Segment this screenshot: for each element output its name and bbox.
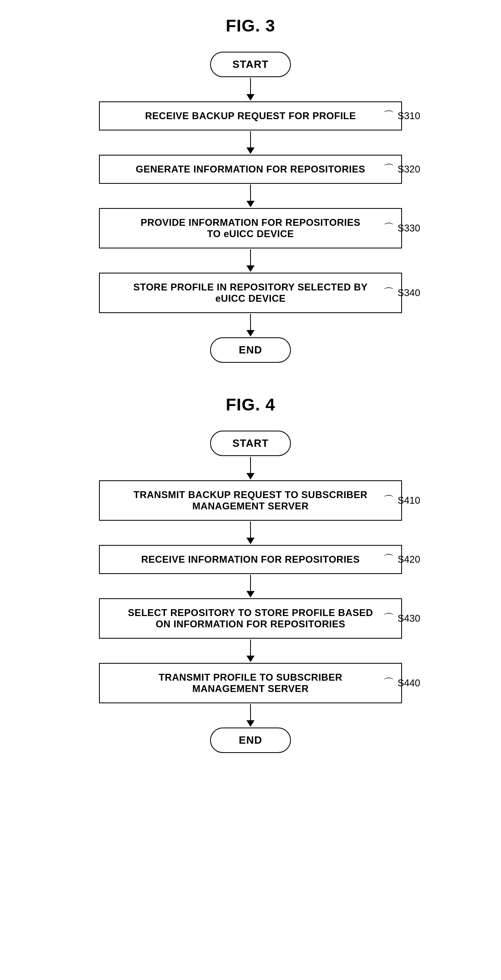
fig4-start-node: START xyxy=(210,431,291,456)
arrow-line xyxy=(250,78,251,94)
arrow-head xyxy=(246,720,255,727)
fig3-step-s310-label: ⌒ S310 xyxy=(383,108,420,124)
arrow-line xyxy=(250,131,251,147)
fig3-end-row: END xyxy=(28,337,473,363)
arrow-head xyxy=(246,656,255,662)
fig4-start-row: START xyxy=(28,431,473,456)
arrow-head xyxy=(246,265,255,272)
arrow-5 xyxy=(246,314,255,336)
arrow-6 xyxy=(246,457,255,479)
fig4-step-s410-box: TRANSMIT BACKUP REQUEST TO SUBSCRIBER MA… xyxy=(99,480,402,521)
arrow-1 xyxy=(246,78,255,101)
fig4-title: FIG. 4 xyxy=(226,395,276,414)
fig4-s430-id: S430 xyxy=(398,613,420,624)
arrow-head xyxy=(246,330,255,336)
arrow-line xyxy=(250,314,251,330)
fig4-step-s410-label: ⌒ S410 xyxy=(383,493,420,508)
fig3-s310-id: S310 xyxy=(398,110,420,122)
arrow-line xyxy=(250,704,251,720)
fig4-step-s430-label: ⌒ S430 xyxy=(383,611,420,626)
fig4-step-s430-box: SELECT REPOSITORY TO STORE PROFILE BASED… xyxy=(99,598,402,639)
fig3-step-s330-box: PROVIDE INFORMATION FOR REPOSITORIES TO … xyxy=(99,208,402,248)
arrow-line xyxy=(250,639,251,656)
fig4-step-s420-row: RECEIVE INFORMATION FOR REPOSITORIES ⌒ S… xyxy=(28,545,473,574)
fig3-step-s340-label: ⌒ S340 xyxy=(383,285,420,301)
tilde-icon: ⌒ xyxy=(383,108,394,124)
fig4-step-s420-box: RECEIVE INFORMATION FOR REPOSITORIES xyxy=(99,545,402,574)
arrow-line xyxy=(250,185,251,201)
arrow-line xyxy=(250,522,251,538)
fig4-section: FIG. 4 START TRANSMIT BACKUP REQUEST TO … xyxy=(28,395,473,753)
arrow-line xyxy=(250,457,251,473)
arrow-9 xyxy=(246,639,255,662)
tilde-icon: ⌒ xyxy=(383,611,394,626)
arrow-head xyxy=(246,201,255,207)
arrow-head xyxy=(246,94,255,101)
fig3-s340-id: S340 xyxy=(398,287,420,299)
arrow-head xyxy=(246,473,255,479)
fig3-start-row: START xyxy=(28,52,473,77)
tilde-icon: ⌒ xyxy=(383,285,394,301)
arrow-4 xyxy=(246,249,255,272)
arrow-head xyxy=(246,147,255,154)
fig3-step-s330-label: ⌒ S330 xyxy=(383,221,420,236)
arrow-2 xyxy=(246,131,255,154)
fig3-section: FIG. 3 START RECEIVE BACKUP REQUEST FOR … xyxy=(28,16,473,363)
arrow-line xyxy=(250,575,251,591)
fig3-step-s310-row: RECEIVE BACKUP REQUEST FOR PROFILE ⌒ S31… xyxy=(28,101,473,130)
fig3-title: FIG. 3 xyxy=(226,16,276,36)
arrow-10 xyxy=(246,704,255,727)
fig3-start-node: START xyxy=(210,52,291,77)
fig3-step-s340-box: STORE PROFILE IN REPOSITORY SELECTED BY … xyxy=(99,273,402,313)
fig3-step-s340-row: STORE PROFILE IN REPOSITORY SELECTED BY … xyxy=(28,273,473,313)
fig4-end-row: END xyxy=(28,728,473,753)
fig3-end-node: END xyxy=(210,337,291,363)
fig4-step-s440-box: TRANSMIT PROFILE TO SUBSCRIBER MANAGEMEN… xyxy=(99,663,402,703)
fig4-step-s440-label: ⌒ S440 xyxy=(383,675,420,691)
arrow-7 xyxy=(246,522,255,544)
fig4-step-s410-row: TRANSMIT BACKUP REQUEST TO SUBSCRIBER MA… xyxy=(28,480,473,521)
arrow-line xyxy=(250,249,251,265)
fig4-step-s420-label: ⌒ S420 xyxy=(383,552,420,567)
arrow-3 xyxy=(246,185,255,207)
tilde-icon: ⌒ xyxy=(383,221,394,236)
tilde-icon: ⌒ xyxy=(383,675,394,691)
fig3-s330-id: S330 xyxy=(398,223,420,234)
fig3-step-s310-box: RECEIVE BACKUP REQUEST FOR PROFILE xyxy=(99,101,402,130)
fig4-s420-id: S420 xyxy=(398,554,420,565)
fig3-step-s320-label: ⌒ S320 xyxy=(383,162,420,177)
diagram-container: FIG. 3 START RECEIVE BACKUP REQUEST FOR … xyxy=(28,16,473,753)
fig4-s410-id: S410 xyxy=(398,495,420,506)
tilde-icon: ⌒ xyxy=(383,493,394,508)
arrow-head xyxy=(246,538,255,544)
fig3-step-s330-row: PROVIDE INFORMATION FOR REPOSITORIES TO … xyxy=(28,208,473,248)
fig3-s320-id: S320 xyxy=(398,164,420,175)
tilde-icon: ⌒ xyxy=(383,162,394,177)
fig4-s440-id: S440 xyxy=(398,677,420,689)
arrow-8 xyxy=(246,575,255,597)
fig4-step-s440-row: TRANSMIT PROFILE TO SUBSCRIBER MANAGEMEN… xyxy=(28,663,473,703)
fig3-step-s320-row: GENERATE INFORMATION FOR REPOSITORIES ⌒ … xyxy=(28,155,473,184)
arrow-head xyxy=(246,591,255,597)
fig3-step-s320-box: GENERATE INFORMATION FOR REPOSITORIES xyxy=(99,155,402,184)
tilde-icon: ⌒ xyxy=(383,552,394,567)
fig4-end-node: END xyxy=(210,728,291,753)
fig4-step-s430-row: SELECT REPOSITORY TO STORE PROFILE BASED… xyxy=(28,598,473,639)
